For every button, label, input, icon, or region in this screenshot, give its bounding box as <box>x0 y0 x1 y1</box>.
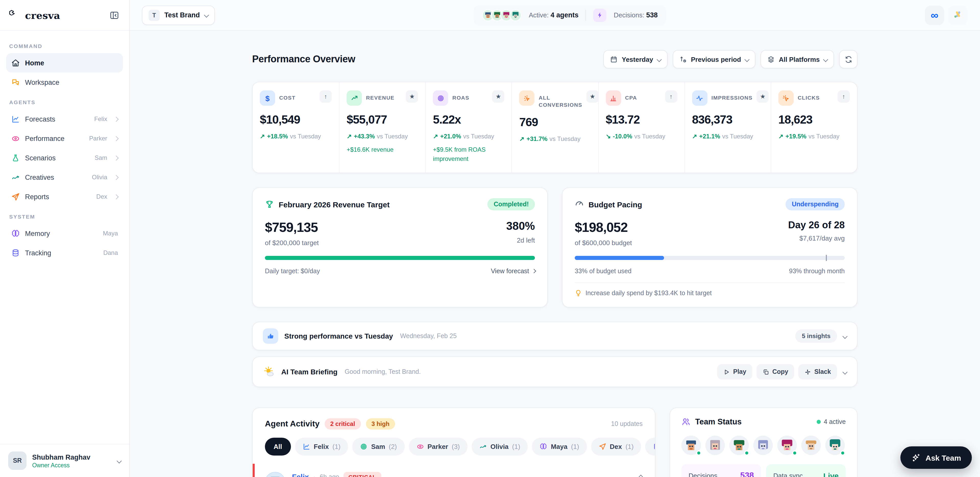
copy-icon <box>762 369 769 375</box>
chevron-down-icon[interactable] <box>842 333 848 338</box>
active-value: 4 agents <box>550 11 579 19</box>
kpi-favorite-button[interactable]: ★ <box>757 90 769 103</box>
sidebar-item-reports[interactable]: Reports Dex <box>6 187 123 206</box>
kpi-cpa: CPA ↑ $13.72 ↘-10.0%vs Tuesday <box>598 82 684 172</box>
chevron-down-icon <box>117 458 122 463</box>
sidebar-item-forecasts[interactable]: Forecasts Felix <box>6 109 123 129</box>
online-dot <box>696 450 701 456</box>
chevron-down-icon <box>823 57 828 62</box>
ask-team-button[interactable]: Ask Team <box>900 447 972 469</box>
target-goal-label: of $200,000 target <box>265 239 319 247</box>
filter-felix[interactable]: Felix(1) <box>295 438 348 456</box>
budget-daily-avg: $7,617/day avg <box>788 235 845 242</box>
kpi-vs: vs Tuesday <box>722 133 753 140</box>
revenue-target-card: February 2026 Revenue Target Completed! … <box>252 187 548 308</box>
online-dot <box>792 450 797 456</box>
eye-icon <box>416 443 424 450</box>
kpi-sort-button[interactable]: ↑ <box>320 90 332 103</box>
kpi-all-conversions: ALL CONVERSIONS ★ 769 ↗+31.7%vs Tuesday <box>512 82 598 172</box>
play-button[interactable]: Play <box>718 364 752 380</box>
decisions-label: Decisions <box>689 472 718 477</box>
brand-switcher-label: Test Brand <box>164 11 200 19</box>
team-avatar-dex[interactable] <box>801 436 821 455</box>
budget-used-label: 33% of budget used <box>575 268 632 275</box>
chevron-up-icon[interactable] <box>638 474 643 477</box>
chevron-down-icon <box>204 13 209 18</box>
slack-button[interactable]: Slack <box>799 364 837 380</box>
filter-label: Felix <box>313 443 329 450</box>
team-avatar-felix[interactable] <box>681 436 701 455</box>
team-avatar-olivia[interactable] <box>777 436 797 455</box>
kpi-strip: $ COST ↑ $10,549 ↗+18.5%vs Tuesday REVEN… <box>252 82 858 173</box>
google-ads-platform-button[interactable] <box>948 5 968 25</box>
team-avatar-maya[interactable] <box>753 436 773 455</box>
filter-olivia[interactable]: Olivia(1) <box>472 438 528 456</box>
sidebar-item-creatives[interactable]: Creatives Olivia <box>6 168 123 187</box>
target-progress-bar <box>265 256 535 260</box>
kpi-sort-button[interactable]: ↑ <box>665 90 677 103</box>
filter-count: (1) <box>625 443 634 450</box>
refresh-button[interactable] <box>839 50 858 69</box>
play-label: Play <box>733 368 746 375</box>
team-avatar-sam[interactable] <box>729 436 749 455</box>
sidebar-item-workspace[interactable]: Workspace <box>6 72 123 92</box>
filter-sam[interactable]: Sam(2) <box>352 438 404 456</box>
activity-author-link[interactable]: Felix <box>292 473 309 477</box>
trend-arrow-icon: ↗ <box>347 133 352 140</box>
dot-separator: · <box>313 472 316 477</box>
team-stats: Decisions 538 Data sync Live <box>681 464 846 477</box>
kpi-sort-button[interactable]: ↑ <box>838 90 850 103</box>
filter-dex[interactable]: Dex(1) <box>591 438 641 456</box>
chevron-right-icon <box>114 175 119 180</box>
date-filter-button[interactable]: Yesterday <box>603 50 667 69</box>
budget-tip-text: Increase daily spend by $193.4K to hit t… <box>585 290 712 297</box>
compare-filter-button[interactable]: Previous period <box>673 50 756 69</box>
kpi-delta: +18.5% <box>267 133 288 140</box>
user-menu[interactable]: SR Shubham Raghav Owner Access <box>0 444 129 477</box>
view-forecast-link[interactable]: View forecast <box>491 268 535 275</box>
sidebar-item-label: Performance <box>25 134 84 142</box>
sidebar-collapse-button[interactable] <box>108 8 121 22</box>
kpi-label: ROAS <box>452 94 469 101</box>
spark-click-icon <box>519 90 535 106</box>
sidebar-header: cresva <box>0 0 129 30</box>
refresh-icon <box>845 56 852 63</box>
user-avatar: SR <box>8 451 27 470</box>
platform-filter-button[interactable]: All Platforms <box>760 50 834 69</box>
kpi-favorite-button[interactable]: ★ <box>586 90 598 103</box>
kpi-favorite-button[interactable]: ★ <box>492 90 504 103</box>
gauge-icon <box>575 200 584 209</box>
sidebar-item-home[interactable]: Home <box>6 53 123 72</box>
sidebar-item-performance[interactable]: Performance Parker <box>6 129 123 148</box>
status-badge: Completed! <box>488 198 535 211</box>
kpi-vs: vs Tuesday <box>463 133 494 140</box>
copy-button[interactable]: Copy <box>756 364 794 380</box>
kpi-favorite-button[interactable]: ★ <box>406 90 418 103</box>
sidebar-item-memory[interactable]: Memory Maya <box>6 224 123 243</box>
agent-name: Felix <box>94 115 107 123</box>
filter-dana[interactable]: Dana(1) <box>646 438 655 456</box>
filter-maya[interactable]: Maya(1) <box>532 438 587 456</box>
trend-arrow-icon: ↗ <box>692 133 697 140</box>
filter-all[interactable]: All <box>265 438 291 456</box>
route-icon <box>11 173 20 182</box>
section-label-agents: AGENTS <box>9 99 120 105</box>
team-avatar-parker[interactable] <box>705 436 725 455</box>
team-avatar-dana[interactable] <box>825 436 845 455</box>
chevron-down-icon[interactable] <box>842 369 848 374</box>
active-label: Active: <box>529 11 549 19</box>
page-header: Performance Overview Yesterday Previous … <box>252 50 858 69</box>
sidebar-item-tracking[interactable]: Tracking Dana <box>6 243 123 263</box>
decisions-value: 538 <box>646 11 658 19</box>
meta-platform-button[interactable]: ∞ <box>925 5 944 25</box>
brand-switcher[interactable]: T Test Brand <box>142 5 215 25</box>
kpi-label: IMPRESSIONS <box>711 94 752 101</box>
thumbs-up-icon <box>263 329 278 344</box>
slack-label: Slack <box>815 368 831 375</box>
activity-timestamp: 6h ago <box>320 474 339 477</box>
kpi-revenue: REVENUE ★ $55,077 ↗+43.3%vs Tuesday +$16… <box>339 82 425 172</box>
filter-parker[interactable]: Parker(3) <box>409 438 468 456</box>
sun-cloud-icon <box>263 366 275 378</box>
bar-chart-icon <box>606 90 621 106</box>
sidebar-item-scenarios[interactable]: Scenarios Sam <box>6 148 123 168</box>
